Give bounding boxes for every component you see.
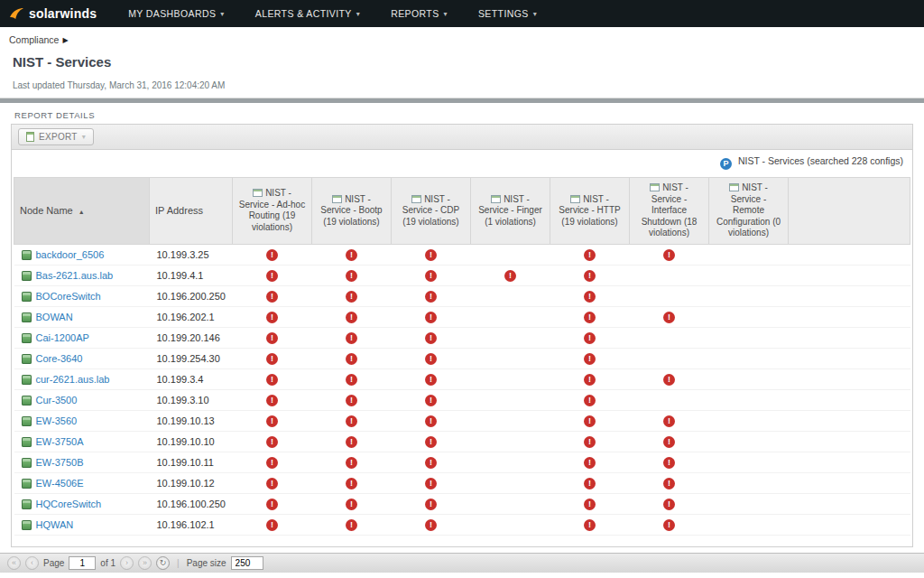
violation-icon[interactable]: !	[584, 353, 596, 365]
column-header-violation-4[interactable]: NIST - Service - HTTP (19 violations)	[550, 178, 630, 245]
violation-icon[interactable]: !	[584, 395, 596, 406]
node-link[interactable]: BOCoreSwitch	[36, 291, 101, 302]
violation-icon[interactable]: !	[425, 291, 437, 303]
violation-icon[interactable]: !	[346, 374, 357, 386]
violation-icon[interactable]: !	[425, 249, 437, 261]
last-page-button[interactable]: »	[138, 556, 152, 570]
node-link[interactable]: backdoor_6506	[36, 249, 105, 260]
violation-icon[interactable]: !	[266, 270, 278, 282]
violation-icon[interactable]: !	[266, 312, 278, 323]
breadcrumb-arrow-icon[interactable]: ▶	[62, 36, 68, 44]
node-link[interactable]: EW-3750B	[36, 457, 84, 468]
column-header-ip-address[interactable]: IP Address	[150, 178, 233, 245]
violation-icon[interactable]: !	[266, 436, 278, 448]
violation-icon[interactable]: !	[584, 332, 596, 344]
node-link[interactable]: HQCoreSwitch	[36, 499, 102, 509]
nav-settings[interactable]: SETTINGS ▾	[463, 0, 552, 27]
violation-icon[interactable]: !	[266, 519, 278, 531]
node-link[interactable]: EW-4506E	[36, 478, 84, 489]
node-link[interactable]: cur-2621.aus.lab	[36, 374, 110, 385]
first-page-button[interactable]: «	[7, 556, 21, 570]
violation-icon[interactable]: !	[425, 436, 437, 448]
node-link[interactable]: Cai-1200AP	[36, 332, 89, 343]
violation-icon[interactable]: !	[346, 353, 357, 365]
column-header-violation-5[interactable]: NIST - Service - Interface Shutdown (18 …	[630, 178, 709, 245]
violation-icon[interactable]: !	[663, 249, 675, 261]
violation-icon[interactable]: !	[584, 270, 596, 282]
column-header-violation-2[interactable]: NIST - Service - CDP (19 violations)	[392, 178, 471, 245]
violation-icon[interactable]: !	[346, 291, 357, 303]
violation-icon[interactable]: !	[584, 499, 596, 510]
violation-icon[interactable]: !	[584, 519, 596, 531]
violation-icon[interactable]: !	[266, 374, 278, 386]
column-header-violation-3[interactable]: NIST - Service - Finger (1 violations)	[471, 178, 550, 245]
solarwinds-logo[interactable]: solarwinds	[9, 6, 97, 21]
nav-my-dashboards[interactable]: MY DASHBOARDS ▾	[113, 0, 240, 27]
violation-icon[interactable]: !	[266, 478, 278, 489]
column-header-violation-1[interactable]: NIST - Service - Bootp (19 violations)	[312, 178, 392, 245]
violation-icon[interactable]: !	[663, 478, 675, 489]
violation-icon[interactable]: !	[663, 436, 675, 448]
violation-icon[interactable]: !	[266, 353, 278, 365]
violation-icon[interactable]: !	[584, 478, 596, 489]
violation-icon[interactable]: !	[425, 270, 437, 282]
node-link[interactable]: Cur-3500	[36, 395, 78, 406]
violation-icon[interactable]: !	[425, 499, 437, 510]
node-link[interactable]: BOWAN	[36, 312, 73, 322]
node-link[interactable]: HQWAN	[36, 519, 74, 530]
violation-icon[interactable]: !	[425, 312, 437, 323]
page-size-input[interactable]	[231, 556, 263, 570]
violation-icon[interactable]: !	[346, 415, 357, 427]
violation-icon[interactable]: !	[346, 312, 357, 323]
next-page-button[interactable]: ›	[120, 556, 134, 570]
violation-icon[interactable]: !	[266, 457, 278, 469]
column-header-node-name[interactable]: Node Name ▲	[14, 178, 150, 245]
violation-icon[interactable]: !	[266, 415, 278, 427]
previous-page-button[interactable]: ‹	[25, 556, 39, 570]
violation-icon[interactable]: !	[266, 499, 278, 510]
violation-icon[interactable]: !	[346, 499, 357, 510]
node-link[interactable]: EW-3750A	[36, 436, 84, 447]
violation-icon[interactable]: !	[266, 291, 278, 303]
violation-icon[interactable]: !	[425, 374, 437, 386]
violation-icon[interactable]: !	[266, 395, 278, 406]
refresh-icon[interactable]: ↻	[156, 556, 170, 570]
violation-icon[interactable]: !	[346, 478, 357, 489]
violation-icon[interactable]: !	[584, 415, 596, 427]
violation-icon[interactable]: !	[425, 332, 437, 344]
violation-icon[interactable]: !	[266, 249, 278, 261]
page-number-input[interactable]	[69, 556, 96, 570]
node-link[interactable]: Bas-2621.aus.lab	[36, 270, 114, 281]
violation-icon[interactable]: !	[346, 395, 357, 406]
violation-icon[interactable]: !	[266, 332, 278, 344]
violation-icon[interactable]: !	[346, 436, 357, 448]
violation-icon[interactable]: !	[584, 374, 596, 386]
violation-icon[interactable]: !	[584, 457, 596, 469]
violation-icon[interactable]: !	[584, 312, 596, 323]
violation-icon[interactable]: !	[584, 291, 596, 303]
violation-icon[interactable]: !	[504, 270, 516, 282]
node-link[interactable]: EW-3560	[36, 415, 78, 426]
violation-icon[interactable]: !	[663, 312, 675, 323]
violation-icon[interactable]: !	[663, 519, 675, 531]
column-header-violation-0[interactable]: NIST - Service - Ad-hoc Routing (19 viol…	[233, 178, 312, 245]
violation-icon[interactable]: !	[346, 270, 357, 282]
violation-icon[interactable]: !	[663, 499, 675, 510]
violation-icon[interactable]: !	[346, 332, 357, 344]
node-link[interactable]: Core-3640	[36, 353, 83, 364]
violation-icon[interactable]: !	[425, 415, 437, 427]
violation-icon[interactable]: !	[663, 457, 675, 469]
nav-alerts-activity[interactable]: ALERTS & ACTIVITY ▾	[240, 0, 375, 27]
violation-icon[interactable]: !	[663, 415, 675, 427]
column-header-violation-6[interactable]: NIST - Service - Remote Configuration (0…	[709, 178, 789, 245]
violation-icon[interactable]: !	[346, 249, 357, 261]
breadcrumb-compliance[interactable]: Compliance	[9, 34, 59, 45]
violation-icon[interactable]: !	[425, 478, 437, 489]
nav-reports[interactable]: REPORTS ▾	[375, 0, 463, 27]
violation-icon[interactable]: !	[346, 457, 357, 469]
violation-icon[interactable]: !	[425, 395, 437, 406]
export-button[interactable]: EXPORT ▾	[18, 128, 94, 145]
violation-icon[interactable]: !	[425, 457, 437, 469]
violation-icon[interactable]: !	[584, 249, 596, 261]
violation-icon[interactable]: !	[346, 519, 357, 531]
